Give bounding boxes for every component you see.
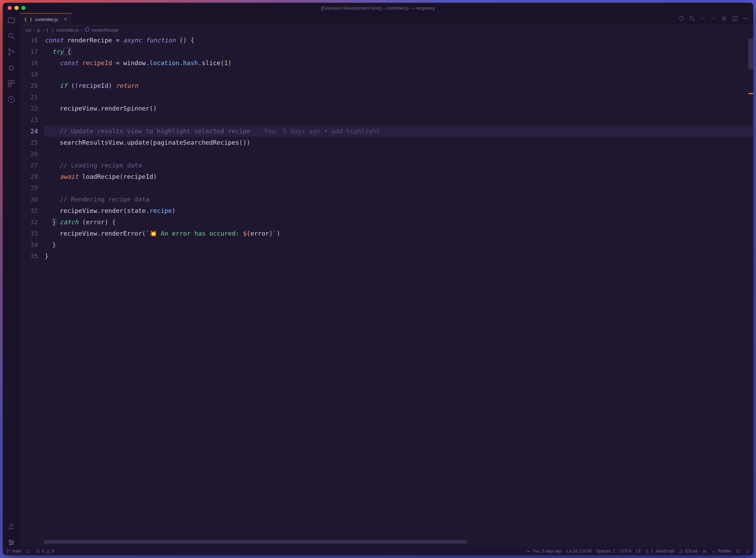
- timeline-icon[interactable]: [7, 95, 16, 104]
- extensions-icon[interactable]: [7, 79, 16, 88]
- svg-point-9: [10, 524, 13, 527]
- overview-change-marker: [748, 93, 753, 94]
- language-mode-item[interactable]: { } JavaScript: [646, 549, 674, 554]
- debug-icon[interactable]: [7, 63, 16, 72]
- svg-point-24: [7, 549, 8, 550]
- cursor-position: Ln 24, Col 56: [567, 549, 591, 554]
- sync-item[interactable]: [26, 549, 31, 554]
- timeline-action-icon[interactable]: [678, 16, 684, 23]
- git-branch-item[interactable]: main: [6, 549, 21, 554]
- svg-rect-29: [703, 550, 706, 552]
- settings-icon[interactable]: [7, 538, 16, 547]
- svg-point-2: [9, 54, 10, 55]
- source-control-icon[interactable]: [7, 48, 16, 56]
- svg-point-1: [9, 49, 10, 51]
- prettier-item[interactable]: Prettier: [712, 549, 731, 554]
- chevron-right-icon: ›: [42, 28, 44, 33]
- window-title: [Extension Development Host] – controlle…: [3, 6, 753, 11]
- warning-icon: [46, 549, 50, 554]
- js-file-icon: { }: [46, 28, 54, 33]
- code-content[interactable]: const renderRecipe = async function () {…: [44, 34, 753, 262]
- explorer-icon[interactable]: [7, 16, 16, 25]
- eol: LF: [636, 549, 641, 554]
- prettier-label: Prettier: [718, 549, 731, 554]
- problems-item[interactable]: 0 0: [36, 549, 54, 554]
- breadcrumb-part[interactable]: js: [37, 28, 40, 33]
- braces-icon: { }: [646, 549, 653, 554]
- notifications-item[interactable]: [745, 549, 750, 554]
- search-icon[interactable]: [7, 32, 16, 41]
- account-icon[interactable]: [7, 522, 16, 531]
- symbol-method-icon: [84, 27, 89, 33]
- eol-item[interactable]: LF: [636, 549, 641, 554]
- more-actions-icon[interactable]: [743, 16, 748, 23]
- branch-name: main: [12, 549, 21, 554]
- git-commit-prev-icon[interactable]: [700, 16, 706, 23]
- encoding-item[interactable]: UTF-8: [619, 549, 631, 554]
- close-tab-button[interactable]: ✕: [63, 17, 68, 22]
- warning-icon: [679, 549, 684, 554]
- window-maximize-button[interactable]: [21, 6, 26, 10]
- chevron-right-icon: ›: [33, 28, 35, 33]
- svg-point-31: [705, 551, 706, 552]
- overview-ruler[interactable]: [748, 34, 753, 547]
- scrollbar-thumb[interactable]: [44, 540, 467, 544]
- check-icon: [712, 549, 716, 554]
- window-minimize-button[interactable]: [14, 6, 19, 10]
- eslint-item[interactable]: ESLint: [679, 549, 697, 554]
- svg-rect-7: [8, 84, 11, 87]
- vscode-window: [Extension Development Host] – controlle…: [3, 3, 753, 555]
- tab-controller-js[interactable]: { } controller.js ✕: [20, 13, 72, 25]
- svg-point-15: [693, 19, 694, 21]
- js-file-icon: { }: [24, 17, 32, 22]
- svg-point-30: [704, 551, 704, 552]
- editor-group: { } controller.js ✕ src › js: [20, 13, 753, 547]
- indentation-item[interactable]: Spaces: 2: [596, 549, 615, 554]
- copilot-item[interactable]: [702, 549, 707, 554]
- svg-point-10: [9, 540, 11, 541]
- svg-point-17: [713, 18, 714, 19]
- svg-point-16: [702, 18, 703, 19]
- error-icon: [36, 549, 40, 554]
- breadcrumb-part[interactable]: src: [26, 28, 31, 33]
- titlebar: [Extension Development Host] – controlle…: [3, 3, 753, 13]
- warning-count: 0: [52, 549, 54, 554]
- breadcrumbs[interactable]: src › js › { } controller.js › renderRec…: [20, 25, 753, 34]
- svg-point-3: [13, 51, 14, 53]
- breadcrumb-part[interactable]: controller.js: [56, 28, 79, 33]
- window-close-button[interactable]: [8, 6, 12, 10]
- gitlens-blame-annotation: You, 5 days ago • add highlight: [250, 127, 380, 135]
- git-branch-icon: [6, 549, 11, 554]
- svg-point-14: [690, 16, 691, 18]
- tab-bar: { } controller.js ✕: [20, 13, 753, 25]
- feedback-item[interactable]: [736, 549, 740, 554]
- svg-point-22: [747, 18, 747, 19]
- code-editor[interactable]: 16 17 18 19 20 21 22 23 24 25 26 27 28 2…: [20, 34, 753, 547]
- run-icon[interactable]: [721, 16, 727, 23]
- sync-icon: [26, 549, 31, 554]
- svg-point-0: [9, 33, 13, 38]
- svg-point-25: [7, 552, 8, 553]
- activity-bar: [3, 13, 20, 547]
- encoding: UTF-8: [619, 549, 631, 554]
- cursor-position-item[interactable]: Ln 24, Col 56: [567, 549, 591, 554]
- svg-point-20: [743, 18, 744, 19]
- svg-point-4: [9, 66, 13, 70]
- tab-filename: controller.js: [35, 17, 58, 22]
- language-mode: JavaScript: [655, 549, 674, 554]
- blame-text: You, 5 days ago: [533, 549, 562, 554]
- horizontal-scrollbar[interactable]: [44, 540, 748, 544]
- traffic-lights: [3, 6, 26, 10]
- svg-rect-6: [12, 81, 14, 83]
- editor-actions: [678, 13, 753, 25]
- svg-rect-23: [85, 28, 88, 31]
- blame-status-item[interactable]: You, 5 days ago: [526, 549, 562, 554]
- status-bar: main 0 0 You, 5 days ago Ln 24, Col 56 S…: [3, 547, 753, 555]
- git-compare-icon[interactable]: [689, 16, 695, 23]
- split-editor-icon[interactable]: [732, 16, 738, 23]
- git-commit-next-icon[interactable]: [710, 16, 716, 23]
- svg-point-12: [10, 544, 11, 545]
- git-commit-icon: [526, 549, 531, 554]
- scrollbar-thumb[interactable]: [748, 39, 753, 70]
- breadcrumb-part[interactable]: renderRecipe: [91, 28, 118, 33]
